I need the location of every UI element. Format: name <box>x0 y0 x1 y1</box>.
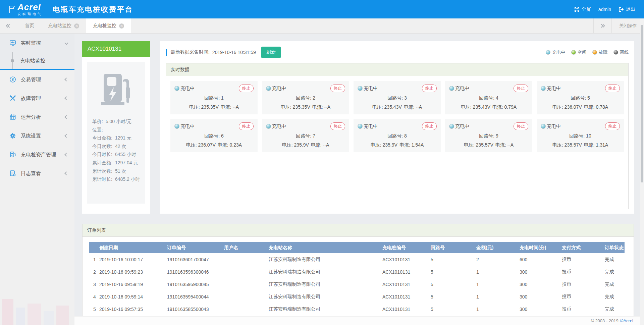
charging-pile-illustration-icon <box>92 68 145 117</box>
stat-today-duration: 今日时长:6455 小时 <box>92 150 145 159</box>
vertical-scrollbar[interactable] <box>640 19 644 325</box>
scrollbar-thumb[interactable] <box>641 25 643 182</box>
cell-order-no: 1910163595900045 <box>167 278 224 290</box>
tab-close-icon[interactable]: ✕ <box>119 23 124 29</box>
tab-pile-monitor[interactable]: 充电桩监控 ✕ <box>86 18 131 33</box>
terminate-button[interactable]: 终止 <box>330 85 345 92</box>
cell-date: 2019-10-16 09:59:19 <box>99 278 167 290</box>
user-menu[interactable]: admin <box>598 7 611 12</box>
double-chevron-left-icon <box>7 24 11 27</box>
circuit-status: 充电中 <box>272 123 286 129</box>
cell-status: 完成 <box>605 253 625 266</box>
sidebar: 实时监控 充电站监控 ¥ 交易管理 故障管理 <box>0 34 74 325</box>
circuit-readings: 电压: 235.57V电流: 1.31A <box>541 142 620 148</box>
fullscreen-button[interactable]: 全屏 <box>574 6 591 12</box>
refresh-button[interactable]: 刷新 <box>261 47 281 58</box>
circuit-card: 充电中 终止 回路号: 2 电压: 235.35V电流: --A <box>262 81 349 114</box>
cell-pile: ACX1010131 <box>382 278 431 290</box>
cell-pay: 投币 <box>562 278 605 290</box>
footer-brand-link[interactable]: ©Acrel <box>620 318 633 323</box>
acrel-logo-icon <box>9 5 16 14</box>
column-header-pay: 支付方式 <box>562 242 605 253</box>
tabs-scroll-right-button[interactable] <box>593 18 611 33</box>
main-area: ACX1010131 <box>74 34 644 325</box>
cell-date: 2019-10-16 10:00:17 <box>99 253 167 266</box>
monitor-icon <box>9 40 16 46</box>
terminate-button[interactable]: 终止 <box>605 85 620 92</box>
circuit-number: 回路号: 4 <box>449 95 528 101</box>
cell-index: 2 <box>89 266 99 278</box>
cell-username <box>224 278 269 290</box>
cell-amount: 1 <box>476 278 520 290</box>
circuit-readings: 电压: 236.07V电流: 0.23A <box>174 142 254 148</box>
terminate-button[interactable]: 终止 <box>239 85 254 92</box>
terminate-button[interactable]: 终止 <box>514 85 528 92</box>
column-header-status: 订单状态 <box>605 242 625 253</box>
cell-index: 5 <box>89 303 99 315</box>
terminate-button[interactable]: 终止 <box>239 122 254 130</box>
legend-offline: 离线 <box>613 49 629 55</box>
circuit-status: 充电中 <box>455 86 469 92</box>
logout-button[interactable]: 退出 <box>619 6 635 12</box>
tab-home[interactable]: 首页 <box>18 18 41 33</box>
stat-total-amount: 累计金额:1297.04 元 <box>92 159 145 167</box>
circuit-card: 充电中 终止 回路号: 1 电压: 235.35V电流: --A <box>170 81 258 114</box>
circuit-readings: 电压: 235.35V电流: --A <box>174 104 254 110</box>
circuit-number: 回路号: 8 <box>358 133 437 139</box>
circuit-number: 回路号: 6 <box>174 133 254 139</box>
stat-today-amount: 今日金额:1291 元 <box>92 134 145 142</box>
sidebar-item-logs[interactable]: 日志查看 <box>0 164 74 183</box>
sidebar-item-operation-analysis[interactable]: 运营分析 <box>0 108 74 126</box>
circuit-status: 充电中 <box>364 123 378 129</box>
sidebar-item-station-monitor[interactable]: 充电站监控 <box>0 52 74 69</box>
sidebar-item-realtime-monitor[interactable]: 实时监控 <box>0 34 74 52</box>
cell-order-no: 1910163596300046 <box>167 266 224 278</box>
terminate-button[interactable]: 终止 <box>422 85 437 92</box>
tabs-scroll-left-button[interactable] <box>0 18 18 33</box>
terminate-button[interactable]: 终止 <box>605 122 620 130</box>
status-legend: 充电中 空闲 故障 离线 <box>546 49 629 55</box>
cell-order-no: 1910163601700047 <box>167 253 224 266</box>
circuit-card: 充电中 终止 回路号: 8 电压: 235.9V电流: 1.54A <box>354 119 441 152</box>
cell-minutes: 300 <box>520 303 562 315</box>
circuit-card: 充电中 终止 回路号: 7 电压: 235.9V电流: --A <box>262 119 349 152</box>
circuit-card: 充电中 终止 回路号: 6 电压: 236.07V电流: 0.23A <box>170 119 258 152</box>
sidebar-item-transactions[interactable]: ¥ 交易管理 <box>0 70 74 89</box>
terminate-button[interactable]: 终止 <box>330 122 345 130</box>
offline-status-icon <box>613 50 618 55</box>
close-operations-dropdown[interactable]: 关闭操作 <box>611 18 644 33</box>
circuit-readings: 电压: 235.43V电流: 0.79A <box>449 104 528 110</box>
sidebar-item-faults[interactable]: 故障管理 <box>0 89 74 108</box>
double-chevron-right-icon <box>601 24 604 27</box>
charging-status-icon <box>266 124 271 129</box>
logo-text: Acrel <box>17 3 43 11</box>
circuit-number: 回路号: 9 <box>449 133 528 139</box>
tab-bar: 首页 充电站监控 ✕ 充电桩监控 ✕ 关闭操作 <box>0 18 644 34</box>
cell-username <box>224 290 269 303</box>
cell-circuit: 5 <box>431 290 476 303</box>
circuit-status: 充电中 <box>272 86 286 92</box>
cell-date: 2019-10-16 09:59:14 <box>99 290 167 303</box>
cell-circuit: 5 <box>431 266 476 278</box>
circuit-card: 充电中 终止 回路号: 5 电压: 236.07V电流: 0.78A <box>537 81 624 114</box>
tab-close-icon[interactable]: ✕ <box>74 23 79 29</box>
sidebar-item-system-settings[interactable]: 系统设置 <box>0 126 74 145</box>
pile-id-header: ACX1010131 <box>82 41 150 57</box>
terminate-button[interactable]: 终止 <box>422 122 437 130</box>
idle-status-icon <box>571 50 576 55</box>
cell-order-no: 1910163585500043 <box>167 303 224 315</box>
log-icon <box>9 170 16 177</box>
top-header: Acrel 安科瑞电气 电瓶车充电桩收费平台 全屏 admin 退出 <box>0 0 644 18</box>
cell-station: 江苏安科瑞制造有限公司 <box>269 290 382 303</box>
cell-index: 3 <box>89 278 99 290</box>
order-row: 1 2019-10-16 10:00:17 1910163601700047 江… <box>89 253 625 266</box>
tab-station-monitor[interactable]: 充电站监控 ✕ <box>41 18 86 33</box>
sidebar-item-pile-assets[interactable]: 充电桩资产管理 <box>0 145 74 164</box>
charging-pile-icon <box>9 151 16 158</box>
column-header-date: 创建日期 <box>99 242 167 253</box>
terminate-button[interactable]: 终止 <box>514 122 528 130</box>
cell-pile: ACX1010131 <box>382 290 431 303</box>
fault-icon <box>9 95 16 102</box>
timeline-dot-icon <box>9 52 15 69</box>
cell-station: 江苏安科瑞制造有限公司 <box>269 303 382 315</box>
